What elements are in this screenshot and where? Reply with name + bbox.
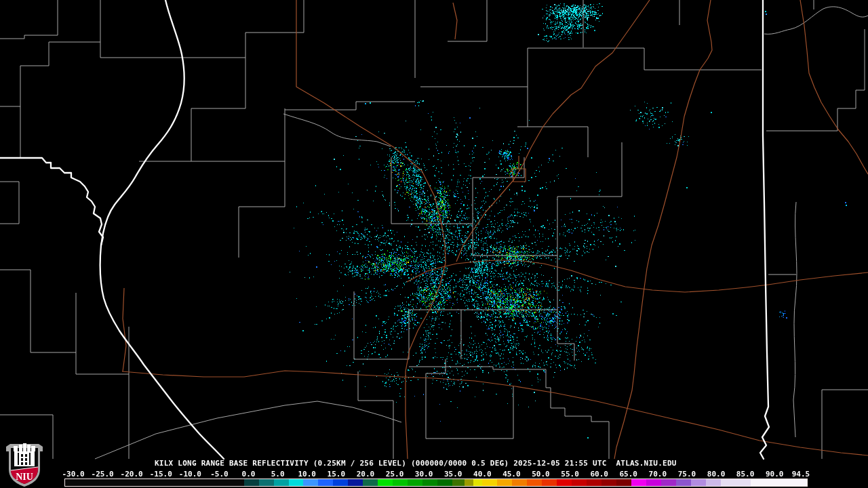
niu-logo-text: NIU [16,472,33,482]
county-lines-layer [0,0,868,459]
highways-layer [122,0,868,459]
basemap-layers [0,0,868,488]
radar-map [0,0,868,488]
river-lines-layer [95,7,868,459]
niu-castle-icon [14,443,35,466]
niu-logo: NIU [5,442,44,488]
state-borders-layer [0,0,769,459]
